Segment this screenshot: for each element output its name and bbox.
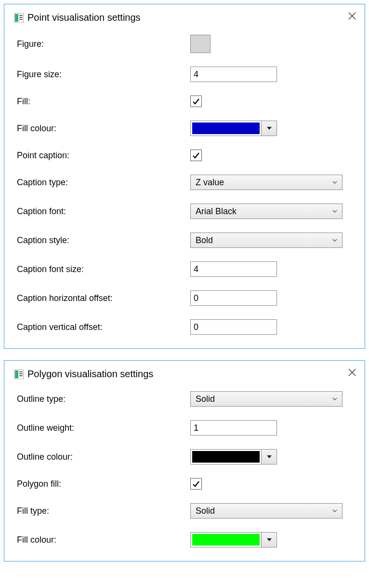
outline-type-select[interactable]: Solid (190, 391, 343, 407)
figure-picker[interactable] (190, 35, 211, 53)
panel-icon (14, 369, 24, 379)
dropdown-button[interactable] (261, 121, 277, 136)
caption-type-label: Caption type: (17, 178, 190, 188)
fill-checkbox[interactable] (190, 96, 202, 107)
close-button[interactable] (346, 10, 358, 22)
outline-type-value: Solid (196, 394, 215, 404)
caption-style-label: Caption style: (17, 235, 190, 246)
svg-rect-11 (19, 373, 23, 374)
fill-type-select[interactable]: Solid (190, 503, 343, 519)
polygon-settings-panel: Polygon visualisation settings Outline t… (4, 360, 365, 561)
checkmark-icon (192, 151, 200, 159)
point-settings-panel: Point visualisation settings Figure: Fig… (4, 4, 365, 349)
caption-v-offset-label: Caption vertical offset: (17, 322, 190, 332)
caption-font-value: Arial Black (196, 206, 237, 217)
dropdown-button[interactable] (261, 450, 277, 464)
fill-type-label: Fill type: (17, 506, 190, 516)
figure-label: Figure: (17, 39, 190, 49)
svg-rect-10 (19, 371, 23, 372)
outline-weight-label: Outline weight: (17, 423, 190, 433)
svg-rect-2 (19, 15, 23, 16)
panel-icon (14, 13, 24, 23)
polygon-fill-label: Polygon fill: (17, 479, 190, 489)
chevron-down-icon (332, 397, 337, 400)
polygon-panel-header: Polygon visualisation settings (14, 369, 355, 380)
chevron-down-icon (267, 127, 272, 130)
polygon-fill-colour-label: Fill colour: (17, 535, 190, 545)
svg-rect-3 (19, 17, 23, 18)
caption-font-select[interactable]: Arial Black (190, 204, 343, 219)
outline-colour-picker[interactable] (190, 449, 277, 465)
outline-type-label: Outline type: (17, 394, 190, 404)
close-button[interactable] (346, 367, 358, 378)
chevron-down-icon (332, 210, 337, 213)
caption-font-size-label: Caption font size: (17, 264, 190, 274)
outline-colour-swatch (192, 451, 260, 463)
checkmark-icon (192, 97, 200, 105)
chevron-down-icon (332, 181, 337, 184)
svg-marker-15 (267, 455, 272, 458)
point-caption-label: Point caption: (17, 150, 190, 161)
caption-style-select[interactable]: Bold (190, 232, 343, 248)
point-panel-header: Point visualisation settings (14, 12, 355, 23)
svg-rect-12 (19, 375, 23, 376)
chevron-down-icon (267, 455, 272, 458)
fill-label: Fill: (17, 96, 190, 107)
fill-colour-swatch (192, 123, 260, 134)
caption-font-label: Caption font: (17, 206, 190, 217)
fill-colour-label: Fill colour: (17, 123, 190, 134)
polygon-panel-title: Polygon visualisation settings (27, 369, 153, 380)
svg-rect-9 (15, 370, 18, 378)
caption-style-value: Bold (196, 235, 213, 246)
svg-rect-1 (15, 14, 18, 22)
dropdown-button[interactable] (261, 533, 277, 547)
chevron-down-icon (267, 538, 272, 541)
caption-h-offset-input[interactable] (190, 290, 277, 306)
caption-type-select[interactable]: Z value (190, 175, 343, 190)
polygon-fill-colour-picker[interactable] (190, 532, 277, 547)
fill-type-value: Solid (196, 506, 215, 516)
svg-marker-16 (267, 538, 272, 541)
figure-size-input[interactable] (190, 67, 277, 82)
svg-marker-7 (267, 127, 272, 130)
chevron-down-icon (332, 239, 337, 242)
point-caption-checkbox[interactable] (190, 150, 202, 161)
svg-rect-4 (19, 19, 23, 20)
outline-colour-label: Outline colour: (17, 452, 190, 462)
outline-weight-input[interactable] (190, 420, 277, 436)
caption-type-value: Z value (196, 178, 224, 188)
caption-h-offset-label: Caption horizontal offset: (17, 293, 190, 303)
fill-colour-picker[interactable] (190, 121, 277, 136)
caption-font-size-input[interactable] (190, 261, 277, 277)
point-panel-title: Point visualisation settings (27, 12, 141, 23)
polygon-fill-checkbox[interactable] (190, 478, 202, 490)
chevron-down-icon (332, 509, 337, 512)
caption-v-offset-input[interactable] (190, 319, 277, 335)
polygon-fill-colour-swatch (192, 534, 260, 546)
checkmark-icon (192, 480, 200, 488)
figure-size-label: Figure size: (17, 69, 190, 80)
